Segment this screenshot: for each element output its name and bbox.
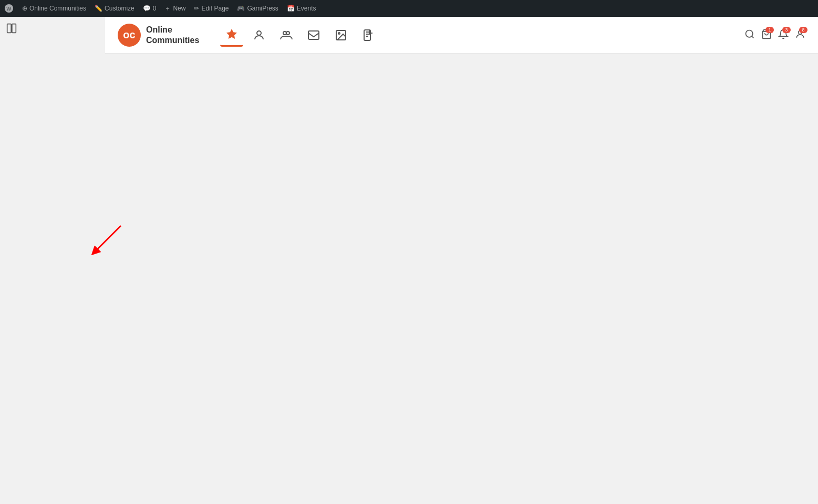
svg-text:W: W [7, 6, 12, 12]
page-wrapper [0, 17, 818, 504]
admin-customize[interactable]: ✏️ Customize [95, 5, 134, 12]
svg-point-2 [257, 31, 261, 35]
admin-events[interactable]: 📅 Events [287, 5, 316, 12]
logo-icon: oc [118, 24, 141, 47]
logo-area[interactable]: oc Online Communities [118, 24, 199, 47]
svg-rect-13 [12, 24, 16, 33]
sidebar-toggle[interactable] [4, 21, 19, 37]
user-badge: 8 [799, 27, 807, 33]
svg-point-4 [286, 32, 289, 35]
nav-right: 1 3 8 [744, 29, 805, 41]
svg-point-7 [338, 33, 340, 34]
nav-media-btn[interactable] [329, 24, 353, 47]
admin-comments[interactable]: 💬 0 [143, 5, 157, 12]
admin-online-communities[interactable]: ⊕ Online Communities [22, 5, 86, 12]
svg-point-9 [746, 30, 753, 37]
notifications-badge: 3 [782, 27, 791, 33]
admin-edit-page[interactable]: ✏ Edit Page [194, 5, 229, 12]
nav-profile-btn[interactable] [247, 24, 271, 47]
svg-rect-12 [7, 24, 12, 33]
nav-docs-btn[interactable] [357, 24, 380, 47]
admin-new[interactable]: ＋ New [164, 4, 185, 13]
user-menu-btn[interactable]: 8 [795, 29, 805, 41]
wp-logo[interactable]: W [4, 4, 14, 13]
svg-rect-5 [308, 31, 319, 39]
admin-bar: W ⊕ Online Communities ✏️ Customize 💬 0 … [0, 0, 818, 17]
nav-messages-btn[interactable] [302, 24, 325, 47]
cart-btn[interactable]: 1 [761, 29, 772, 41]
top-nav: oc Online Communities 1 [105, 17, 818, 54]
nav-members-btn[interactable] [275, 24, 298, 47]
admin-gamipress[interactable]: 🎮 GamiPress [237, 5, 278, 12]
logo-text: Online Communities [146, 25, 199, 45]
cart-badge: 1 [765, 27, 774, 33]
nav-icons [220, 24, 744, 47]
nav-feed-btn[interactable] [220, 24, 243, 47]
search-btn[interactable] [744, 29, 755, 41]
notifications-btn[interactable]: 3 [778, 29, 789, 41]
